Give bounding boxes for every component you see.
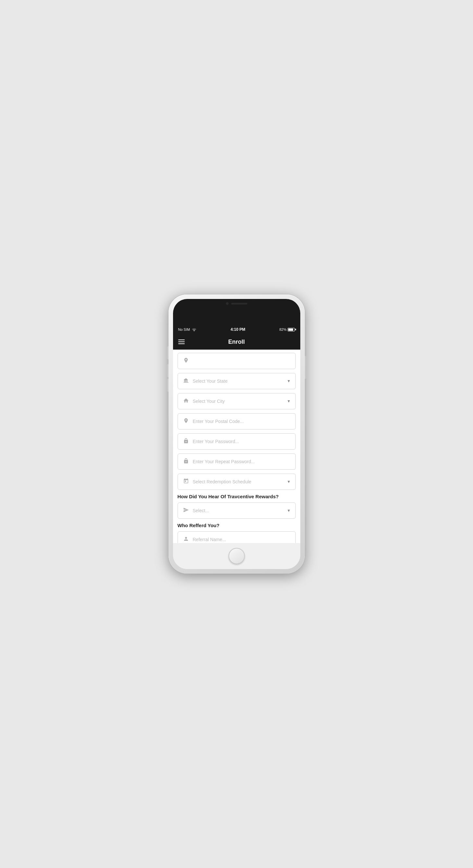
- menu-line-1: [178, 340, 185, 340]
- hear-about-placeholder: Select...: [193, 508, 287, 513]
- password-field[interactable]: Enter Your Password...: [178, 433, 296, 450]
- location-icon: [183, 418, 190, 425]
- state-placeholder: Select Your State: [193, 378, 287, 384]
- status-left: No SIM: [178, 328, 197, 332]
- svg-rect-0: [183, 382, 188, 383]
- repeat-password-placeholder: Enter Your Repeat Password...: [193, 459, 291, 464]
- partial-field-icon: [183, 358, 190, 365]
- form-content: Select Your State ▼ Select Your City ▼: [173, 350, 300, 543]
- referral-name-field[interactable]: Referral Name...: [178, 531, 296, 543]
- carrier-label: No SIM: [178, 328, 190, 332]
- repeat-password-field[interactable]: Enter Your Repeat Password...: [178, 454, 296, 470]
- status-bar: No SIM 4:10 PM 82%: [173, 325, 300, 334]
- lock-icon: [183, 438, 190, 445]
- partial-top-field: [178, 353, 296, 369]
- hamburger-menu-button[interactable]: [178, 340, 185, 344]
- redemption-placeholder: Select Redemption Schedule: [193, 479, 287, 484]
- calendar-icon: [183, 478, 190, 486]
- state-dropdown[interactable]: Select Your State ▼: [178, 373, 296, 389]
- redemption-dropdown-arrow: ▼: [287, 479, 291, 484]
- state-dropdown-arrow: ▼: [287, 379, 291, 383]
- hear-about-label: How Did You Hear Of Travcentive Rewards?: [178, 494, 296, 499]
- hear-about-dropdown[interactable]: Select... ▼: [178, 502, 296, 519]
- referral-placeholder: Referral Name...: [193, 537, 291, 542]
- postal-placeholder: Enter Your Postal Code...: [193, 419, 291, 424]
- top-bezel: [173, 299, 300, 325]
- wifi-icon: [192, 328, 196, 332]
- password-placeholder: Enter Your Password...: [193, 439, 291, 444]
- top-sensors: [226, 302, 247, 305]
- battery-fill: [288, 329, 293, 331]
- menu-line-3: [178, 343, 185, 344]
- phone-screen: No SIM 4:10 PM 82%: [173, 299, 300, 569]
- city-dropdown[interactable]: Select Your City ▼: [178, 393, 296, 409]
- battery-percentage: 82%: [279, 328, 286, 332]
- navigation-bar: Enroll: [173, 334, 300, 350]
- referred-label: Who Refferd You?: [178, 523, 296, 528]
- menu-line-2: [178, 341, 185, 342]
- city-dropdown-arrow: ▼: [287, 399, 291, 403]
- person-icon: [183, 536, 190, 544]
- redemption-schedule-dropdown[interactable]: Select Redemption Schedule ▼: [178, 474, 296, 490]
- city-placeholder: Select Your City: [193, 399, 287, 404]
- send-icon: [183, 507, 190, 515]
- battery-icon: [288, 328, 295, 332]
- speaker-bar: [231, 303, 247, 305]
- postal-code-field[interactable]: Enter Your Postal Code...: [178, 413, 296, 430]
- time-display: 4:10 PM: [230, 327, 245, 332]
- home-icon: [183, 398, 190, 405]
- bank-icon: [183, 377, 190, 385]
- hear-about-dropdown-arrow: ▼: [287, 508, 291, 513]
- camera-dot: [226, 302, 228, 305]
- page-title: Enroll: [228, 339, 245, 345]
- home-button[interactable]: [228, 548, 245, 564]
- lock-repeat-icon: [183, 458, 190, 465]
- phone-device: No SIM 4:10 PM 82%: [168, 294, 305, 574]
- status-right: 82%: [279, 328, 295, 332]
- bottom-bezel: [173, 543, 300, 569]
